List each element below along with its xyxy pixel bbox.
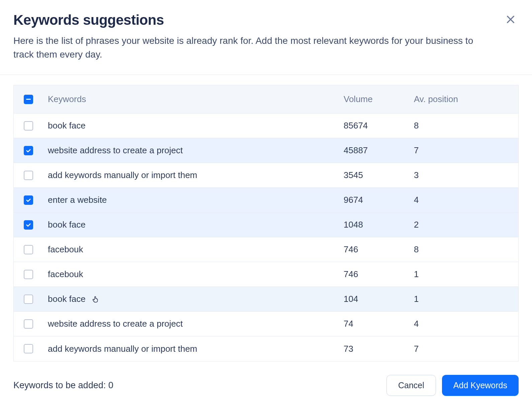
table-header-row: Keywords Volume Av. position (14, 85, 518, 113)
keyword-cell: website address to create a project (48, 145, 344, 156)
volume-cell: 104 (344, 294, 414, 304)
modal-title: Keywords suggestions (13, 12, 519, 28)
keyword-cell: book face (48, 120, 344, 131)
position-cell: 1 (414, 269, 514, 279)
table-row[interactable]: book face10482 (14, 213, 518, 237)
keyword-cell: book face (48, 294, 344, 304)
position-cell: 4 (414, 319, 514, 329)
keyword-cell: add keywords manually or import them (48, 170, 344, 180)
row-checkbox[interactable] (24, 146, 33, 155)
row-checkbox[interactable] (24, 245, 33, 254)
keyword-cell: website address to create a project (48, 319, 344, 329)
select-all-checkbox[interactable] (24, 95, 33, 104)
position-cell: 1 (414, 294, 514, 304)
row-checkbox[interactable] (24, 344, 33, 353)
keyword-text: add keywords manually or import them (48, 344, 197, 354)
position-cell: 8 (414, 244, 514, 255)
row-checkbox[interactable] (24, 270, 33, 279)
position-cell: 4 (414, 195, 514, 205)
volume-cell: 73 (344, 344, 414, 354)
pointer-cursor-icon (92, 295, 100, 303)
keyword-text: facebouk (48, 244, 83, 255)
table-row[interactable]: book face1041 (14, 287, 518, 312)
add-keywords-button[interactable]: Add Kyewords (442, 375, 519, 396)
volume-cell: 74 (344, 319, 414, 329)
checkbox-cell (18, 344, 48, 353)
volume-cell: 3545 (344, 170, 414, 180)
table-row[interactable]: website address to create a project45887… (14, 138, 518, 163)
divider (0, 75, 532, 75)
keywords-table: Keywords Volume Av. position book face85… (13, 85, 519, 361)
keyword-text: book face (48, 120, 86, 131)
select-all-cell (18, 95, 48, 104)
position-cell: 2 (414, 220, 514, 230)
header-keywords: Keywords (48, 94, 344, 104)
volume-cell: 9674 (344, 195, 414, 205)
keyword-suggestions-modal: Keywords suggestions Here is the list of… (0, 0, 532, 409)
row-checkbox[interactable] (24, 319, 33, 329)
checkbox-cell (18, 319, 48, 329)
checkbox-cell (18, 171, 48, 180)
counter-value: 0 (108, 380, 113, 390)
keyword-cell: add keywords manually or import them (48, 344, 344, 354)
table-row[interactable]: facebouk7468 (14, 237, 518, 262)
keyword-text: facebouk (48, 269, 83, 279)
volume-cell: 746 (344, 244, 414, 255)
modal-footer: Keywords to be added: 0 Cancel Add Kyewo… (13, 375, 519, 396)
table-row[interactable]: facebouk7461 (14, 262, 518, 287)
table-row[interactable]: add keywords manually or import them737 (14, 336, 518, 361)
volume-cell: 85674 (344, 120, 414, 131)
table-row[interactable]: add keywords manually or import them3545… (14, 163, 518, 188)
keyword-text: book face (48, 294, 86, 304)
keyword-text: add keywords manually or import them (48, 170, 197, 180)
header-volume: Volume (344, 94, 414, 104)
check-icon (25, 148, 31, 154)
position-cell: 8 (414, 120, 514, 131)
checkbox-cell (18, 146, 48, 155)
checkbox-cell (18, 121, 48, 131)
keyword-cell: enter a website (48, 195, 344, 205)
keywords-counter: Keywords to be added: 0 (13, 380, 113, 391)
row-checkbox[interactable] (24, 295, 33, 304)
check-icon (25, 197, 31, 203)
row-checkbox[interactable] (24, 121, 33, 131)
row-checkbox[interactable] (24, 195, 33, 205)
cancel-button[interactable]: Cancel (386, 375, 436, 396)
checkbox-cell (18, 245, 48, 254)
footer-actions: Cancel Add Kyewords (386, 375, 519, 396)
position-cell: 7 (414, 145, 514, 156)
header-position: Av. position (414, 94, 514, 104)
table-row[interactable]: enter a website96744 (14, 188, 518, 213)
keyword-cell: facebouk (48, 244, 344, 255)
keyword-cell: facebouk (48, 269, 344, 279)
keyword-text: website address to create a project (48, 145, 183, 156)
volume-cell: 1048 (344, 220, 414, 230)
keyword-text: website address to create a project (48, 319, 183, 329)
checkbox-cell (18, 295, 48, 304)
modal-subtitle: Here is the list of phrases your website… (13, 34, 482, 61)
indeterminate-icon (26, 99, 31, 100)
checkbox-cell (18, 270, 48, 279)
close-icon (505, 14, 516, 25)
row-checkbox[interactable] (24, 171, 33, 180)
table-row[interactable]: website address to create a project744 (14, 312, 518, 336)
row-checkbox[interactable] (24, 220, 33, 230)
volume-cell: 45887 (344, 145, 414, 156)
volume-cell: 746 (344, 269, 414, 279)
position-cell: 7 (414, 344, 514, 354)
position-cell: 3 (414, 170, 514, 180)
counter-label: Keywords to be added: (13, 380, 108, 390)
keyword-cell: book face (48, 220, 344, 230)
close-button[interactable] (504, 13, 517, 27)
keyword-text: book face (48, 220, 86, 230)
checkbox-cell (18, 195, 48, 205)
keyword-text: enter a website (48, 195, 107, 205)
checkbox-cell (18, 220, 48, 230)
check-icon (25, 222, 31, 228)
table-row[interactable]: book face856748 (14, 113, 518, 138)
